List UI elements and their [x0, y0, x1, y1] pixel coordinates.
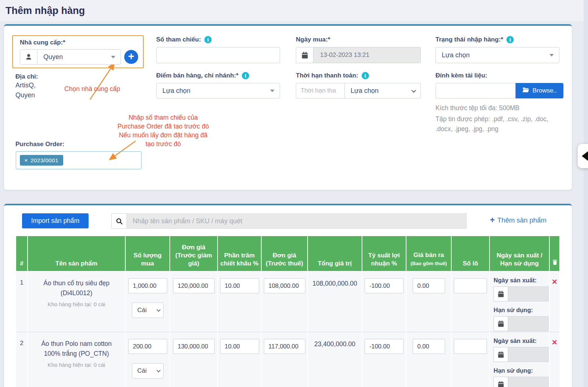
- pos-branch-select-value: Lựa chọn: [157, 87, 270, 95]
- import-form-card: Nhà cung cấp:* Quyen Địa chỉ: ArtisQ, Qu…: [4, 24, 572, 190]
- col-qty: Số lượng mua: [125, 236, 170, 271]
- exp-date-input[interactable]: [508, 316, 549, 331]
- remove-tag-icon[interactable]: [25, 158, 28, 163]
- payment-term-select-value: Lựa chọn: [345, 87, 412, 95]
- supplier-highlight-box: Nhà cung cấp:* Quyen: [12, 35, 144, 68]
- info-icon[interactable]: [242, 72, 249, 79]
- col-total: Tổng giá trị: [308, 236, 362, 271]
- selling-price-input[interactable]: [413, 278, 445, 293]
- address-line-2: Quyen: [15, 90, 38, 100]
- lot-input[interactable]: [454, 278, 487, 293]
- calendar-icon[interactable]: [494, 286, 508, 301]
- page-title: Thêm nhập hàng: [6, 5, 85, 17]
- mfg-date-input[interactable]: [508, 286, 549, 301]
- chevron-down-icon: [412, 88, 416, 93]
- calendar-icon[interactable]: [494, 347, 508, 362]
- product-search-input[interactable]: [127, 213, 467, 229]
- exp-date-label: Hạn sử dụng:: [494, 367, 549, 374]
- discount-percent-input[interactable]: [220, 278, 259, 293]
- profit-margin-input[interactable]: [365, 339, 404, 354]
- pos-branch-label: Điểm bán hàng, chi nhánh:*: [156, 72, 239, 79]
- import-products-button[interactable]: Import sản phẩm: [22, 213, 89, 228]
- plus-icon: [128, 51, 135, 62]
- purchase-date-value[interactable]: 13-02-2023 13:21: [313, 47, 420, 63]
- delete-row-icon[interactable]: [552, 278, 557, 286]
- add-product-link[interactable]: Thêm sản phẩm: [490, 216, 546, 224]
- lot-input[interactable]: [454, 339, 487, 354]
- purchase-order-input[interactable]: 2023/0001: [16, 151, 141, 169]
- address-line-1: ArtisQ,: [15, 80, 38, 90]
- price-before-tax-input[interactable]: [264, 339, 305, 354]
- add-supplier-button[interactable]: [124, 50, 138, 64]
- supplier-address: Địa chỉ: ArtisQ, Quyen: [15, 73, 38, 100]
- row-index: 1: [17, 279, 27, 286]
- pos-branch-select[interactable]: Lựa chọn: [156, 83, 280, 98]
- product-name: Áo thun cổ trụ siêu đẹp (Di4L0012): [32, 278, 121, 298]
- mfg-date-input[interactable]: [508, 347, 549, 362]
- selling-price-input[interactable]: [413, 339, 445, 354]
- price-before-tax-input[interactable]: [264, 278, 305, 293]
- purchase-order-label: Purchase Order:: [15, 141, 64, 148]
- mfg-date-label: Ngày sản xuất:: [494, 337, 549, 344]
- attachment-size-hint: Kích thước tệp tối đa: 500MB: [435, 103, 563, 113]
- reference-field: Số tham chiếu:: [156, 36, 280, 63]
- payment-term-label: Thời hạn thanh toán:: [296, 72, 358, 79]
- product-name: Áo thun Polo nam cotton 100% trắng (PO_C…: [32, 339, 121, 359]
- unit-select-value: Cái: [137, 307, 147, 314]
- payment-term-select[interactable]: Lựa chọn: [345, 83, 420, 98]
- row-total: 23,400,000.00: [308, 340, 361, 348]
- calendar-icon[interactable]: [494, 316, 508, 331]
- exp-date-input[interactable]: [508, 377, 549, 387]
- panel-toggle-button[interactable]: [578, 144, 588, 168]
- col-delete: [549, 236, 559, 271]
- purchase-date-field: Ngày mua:* 13-02-2023 13:21: [296, 36, 421, 63]
- reference-input[interactable]: [156, 47, 280, 63]
- caret-down-icon: [270, 90, 275, 92]
- purchase-order-tag-label: 2023/0001: [31, 157, 58, 164]
- discount-percent-input[interactable]: [220, 339, 259, 354]
- col-index: #: [16, 236, 28, 271]
- col-price-before-discount: Đơn giá (Trước giảm giá): [170, 236, 218, 271]
- calendar-icon[interactable]: [494, 377, 508, 387]
- profit-margin-input[interactable]: [365, 278, 404, 293]
- info-icon[interactable]: [362, 72, 369, 79]
- price-before-discount-input[interactable]: [173, 339, 215, 354]
- supplier-label: Nhà cung cấp:*: [20, 39, 138, 46]
- supplier-select[interactable]: Quyen: [20, 49, 121, 65]
- import-status-label: Trạng thái nhập hàng:*: [435, 36, 503, 43]
- col-profit-margin: Tỷ suất lợi nhuận %: [362, 236, 406, 271]
- supplier-select-value: Quyen: [37, 53, 111, 61]
- unit-select[interactable]: Cái: [132, 303, 164, 318]
- qty-input[interactable]: [128, 339, 167, 354]
- import-status-field: Trạng thái nhập hàng:* Lựa chọn: [435, 36, 559, 63]
- row-total: 108,000,000.00: [308, 280, 361, 287]
- col-discount-percent: Phần trăm chiết khấu %: [218, 236, 261, 271]
- info-icon[interactable]: [506, 36, 514, 43]
- add-product-label: Thêm sản phẩm: [497, 216, 546, 224]
- attachment-file-input[interactable]: [435, 83, 516, 98]
- pos-branch-field: Điểm bán hàng, chi nhánh:* Lựa chọn: [156, 72, 280, 98]
- unit-select[interactable]: Cái: [132, 363, 164, 379]
- row-index: 2: [17, 340, 27, 347]
- person-icon: [20, 50, 37, 64]
- supplier-annotation-text: Chọn nhà cung cấp: [61, 84, 123, 93]
- products-table: # Tên sản phẩm Số lượng mua Đơn giá (Trư…: [16, 236, 559, 387]
- qty-input[interactable]: [128, 278, 167, 293]
- unit-select-value: Cái: [137, 367, 147, 375]
- col-selling-price: Giá bán ra (Bao gồm thuế): [406, 236, 451, 271]
- caret-down-icon: [111, 56, 115, 58]
- price-before-discount-input[interactable]: [173, 278, 215, 293]
- delete-row-icon[interactable]: [552, 338, 557, 347]
- calendar-icon[interactable]: [296, 47, 313, 63]
- exp-date-label: Hạn sử dụng:: [494, 307, 549, 314]
- col-product-name: Tên sản phẩm: [28, 236, 125, 271]
- reference-label: Số tham chiếu:: [156, 36, 201, 43]
- browse-button[interactable]: Browse..: [516, 83, 563, 98]
- attachment-types-hint: Tập tin được phép: .pdf, .csv, .zip, .do…: [435, 114, 563, 134]
- payment-term-input[interactable]: [296, 83, 345, 98]
- table-header-row: # Tên sản phẩm Số lượng mua Đơn giá (Trư…: [16, 236, 559, 271]
- info-icon[interactable]: [204, 36, 212, 43]
- purchase-order-tag: 2023/0001: [20, 155, 63, 166]
- chevron-down-icon: [156, 308, 160, 312]
- import-status-select[interactable]: Lựa chọn: [435, 47, 559, 63]
